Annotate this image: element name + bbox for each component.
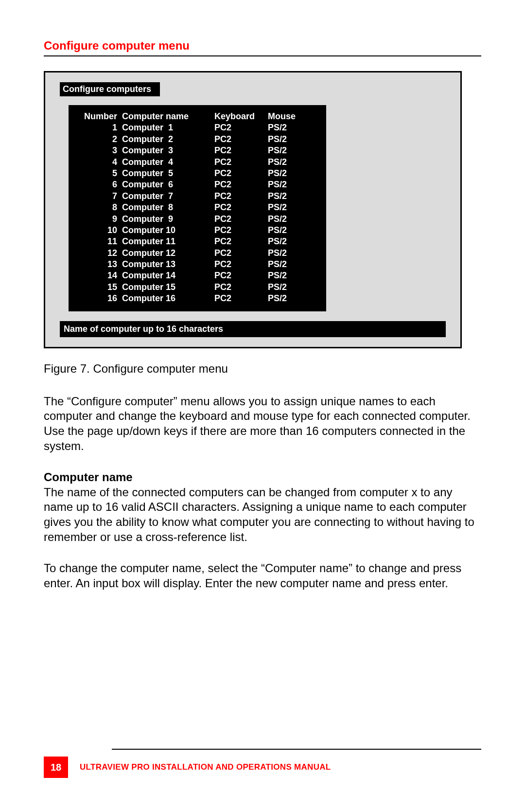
- cell-keyboard: PC2: [214, 122, 268, 133]
- cell-mouse: PS/2: [268, 293, 312, 304]
- cell-name: Computer 10: [122, 225, 214, 236]
- section-title: Configure computer menu: [44, 39, 481, 53]
- table-row: 1Computer 1PC2PS/2: [69, 122, 312, 133]
- cell-name: Computer 15: [122, 282, 214, 293]
- cell-number: 2: [69, 134, 122, 145]
- paragraph: The name of the connected computers can …: [44, 485, 481, 545]
- cell-keyboard: PC2: [214, 202, 268, 213]
- header-keyboard: Keyboard: [214, 111, 268, 122]
- configure-computers-table: Number Computer name Keyboard Mouse 1Com…: [69, 105, 326, 311]
- cell-number: 10: [69, 225, 122, 236]
- cell-mouse: PS/2: [268, 214, 312, 225]
- table-row: 13Computer 13PC2PS/2: [69, 259, 312, 270]
- title-rule: [44, 55, 481, 56]
- cell-name: Computer 12: [122, 248, 214, 259]
- cell-name: Computer 14: [122, 270, 214, 281]
- cell-name: Computer 2: [122, 134, 214, 145]
- cell-name: Computer 16: [122, 293, 214, 304]
- table-row: 12Computer 12PC2PS/2: [69, 248, 312, 259]
- cell-number: 5: [69, 168, 122, 179]
- cell-keyboard: PC2: [214, 282, 268, 293]
- cell-number: 3: [69, 145, 122, 156]
- cell-keyboard: PC2: [214, 157, 268, 168]
- cell-mouse: PS/2: [268, 122, 312, 133]
- header-number: Number: [69, 111, 122, 122]
- cell-mouse: PS/2: [268, 202, 312, 213]
- table-row: 2Computer 2PC2PS/2: [69, 134, 312, 145]
- cell-number: 6: [69, 179, 122, 190]
- cell-number: 1: [69, 122, 122, 133]
- cell-name: Computer 9: [122, 214, 214, 225]
- cell-keyboard: PC2: [214, 179, 268, 190]
- table-row: 15Computer 15PC2PS/2: [69, 282, 312, 293]
- cell-number: 14: [69, 270, 122, 281]
- cell-keyboard: PC2: [214, 225, 268, 236]
- cell-mouse: PS/2: [268, 191, 312, 202]
- document-page: Configure computer menu Configure comput…: [0, 0, 525, 812]
- cell-keyboard: PC2: [214, 214, 268, 225]
- cell-mouse: PS/2: [268, 168, 312, 179]
- cell-mouse: PS/2: [268, 259, 312, 270]
- cell-mouse: PS/2: [268, 282, 312, 293]
- cell-keyboard: PC2: [214, 168, 268, 179]
- cell-name: Computer 7: [122, 191, 214, 202]
- paragraph: The “Configure computer” menu allows you…: [44, 394, 481, 454]
- cell-number: 4: [69, 157, 122, 168]
- cell-mouse: PS/2: [268, 248, 312, 259]
- cell-name: Computer 5: [122, 168, 214, 179]
- table-header-row: Number Computer name Keyboard Mouse: [69, 111, 312, 122]
- cell-keyboard: PC2: [214, 145, 268, 156]
- cell-mouse: PS/2: [268, 145, 312, 156]
- table-row: 4Computer 4PC2PS/2: [69, 157, 312, 168]
- table-row: 7Computer 7PC2PS/2: [69, 191, 312, 202]
- cell-number: 12: [69, 248, 122, 259]
- cell-number: 8: [69, 202, 122, 213]
- paragraph: To change the computer name, select the …: [44, 561, 481, 591]
- cell-keyboard: PC2: [214, 270, 268, 281]
- cell-mouse: PS/2: [268, 157, 312, 168]
- cell-keyboard: PC2: [214, 293, 268, 304]
- cell-keyboard: PC2: [214, 191, 268, 202]
- cell-name: Computer 4: [122, 157, 214, 168]
- table-row: 14Computer 14PC2PS/2: [69, 270, 312, 281]
- figure-caption: Figure 7. Configure computer menu: [44, 362, 481, 376]
- cell-mouse: PS/2: [268, 236, 312, 247]
- table-row: 5Computer 5PC2PS/2: [69, 168, 312, 179]
- cell-name: Computer 1: [122, 122, 214, 133]
- cell-mouse: PS/2: [268, 225, 312, 236]
- cell-name: Computer 6: [122, 179, 214, 190]
- cell-mouse: PS/2: [268, 134, 312, 145]
- cell-keyboard: PC2: [214, 134, 268, 145]
- table-row: 11Computer 11PC2PS/2: [69, 236, 312, 247]
- panel-title: Configure computers: [60, 82, 160, 96]
- table-row: 9Computer 9PC2PS/2: [69, 214, 312, 225]
- table-row: 6Computer 6PC2PS/2: [69, 179, 312, 190]
- cell-keyboard: PC2: [214, 259, 268, 270]
- cell-keyboard: PC2: [214, 236, 268, 247]
- cell-mouse: PS/2: [268, 179, 312, 190]
- cell-number: 15: [69, 282, 122, 293]
- cell-number: 16: [69, 293, 122, 304]
- cell-mouse: PS/2: [268, 270, 312, 281]
- page-footer: 18 ULTRAVIEW PRO INSTALLATION AND OPERAT…: [44, 749, 481, 778]
- cell-keyboard: PC2: [214, 248, 268, 259]
- footer-text: ULTRAVIEW PRO INSTALLATION AND OPERATION…: [80, 757, 331, 778]
- footer-rule: [112, 749, 481, 750]
- figure-box: Configure computers Number Computer name…: [44, 71, 462, 348]
- cell-name: Computer 8: [122, 202, 214, 213]
- table-row: 10Computer 10PC2PS/2: [69, 225, 312, 236]
- header-name: Computer name: [122, 111, 214, 122]
- table-row: 3Computer 3PC2PS/2: [69, 145, 312, 156]
- table-row: 16Computer 16PC2PS/2: [69, 293, 312, 304]
- cell-number: 13: [69, 259, 122, 270]
- cell-name: Computer 3: [122, 145, 214, 156]
- cell-name: Computer 11: [122, 236, 214, 247]
- table-row: 8Computer 8PC2PS/2: [69, 202, 312, 213]
- header-mouse: Mouse: [268, 111, 312, 122]
- cell-number: 11: [69, 236, 122, 247]
- hint-bar: Name of computer up to 16 characters: [60, 321, 446, 337]
- sub-heading-computer-name: Computer name: [44, 470, 481, 484]
- page-number: 18: [44, 757, 68, 778]
- cell-number: 7: [69, 191, 122, 202]
- cell-name: Computer 13: [122, 259, 214, 270]
